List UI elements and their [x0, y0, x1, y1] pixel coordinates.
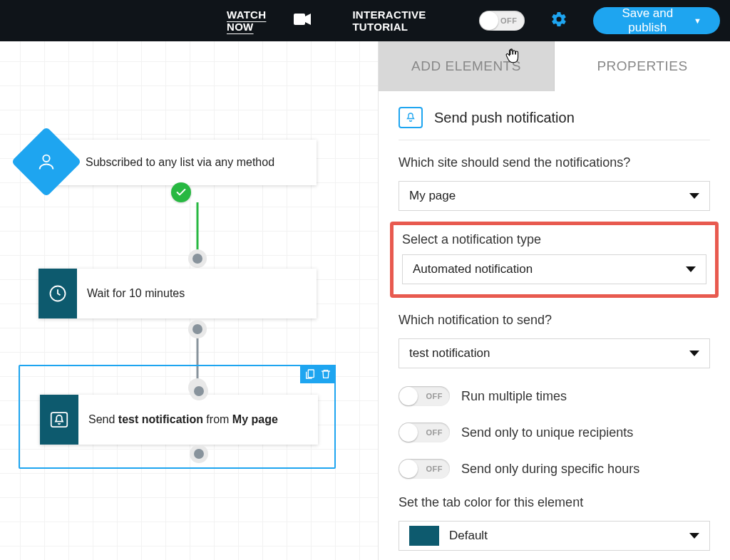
hours-label: Send only during specific hours [461, 462, 639, 477]
toggle-knob [399, 460, 418, 478]
watch-now-group: WATCH NOW [227, 9, 311, 33]
panel-body: Send push notification Which site should… [379, 91, 730, 551]
tab-properties[interactable]: PROPERTIES [555, 41, 730, 91]
color-swatch [409, 526, 439, 546]
notification-type-highlight: Select a notification type Automated not… [390, 222, 719, 298]
svg-point-1 [43, 155, 49, 162]
connector-dot[interactable] [194, 449, 204, 459]
site-value: My page [409, 189, 456, 203]
settings-gear-icon[interactable] [550, 11, 567, 31]
panel-title: Send push notification [434, 110, 575, 126]
trigger-label: Subscribed to any list via any method [76, 156, 292, 169]
save-publish-label: Save and publish [607, 6, 689, 35]
which-value: test notification [409, 346, 490, 361]
panel-header: Send push notification [399, 107, 710, 140]
tab-color-select[interactable]: Default [399, 521, 710, 551]
chevron-down-icon [689, 351, 699, 356]
duplicate-icon[interactable] [304, 368, 316, 380]
run-multiple-row: OFF Run multiple times [399, 383, 710, 409]
topbar: WATCH NOW INTERACTIVE TUTORIAL OFF Save … [0, 0, 730, 41]
chevron-down-icon [686, 266, 696, 272]
unique-toggle[interactable]: OFF [399, 422, 450, 442]
wait-node[interactable]: Wait for 10 minutes [38, 269, 317, 318]
trigger-diamond [11, 127, 82, 197]
unique-label: Send only to unique recipients [461, 425, 633, 440]
check-icon [171, 182, 191, 202]
toggle-knob [399, 387, 418, 405]
chevron-down-icon [689, 533, 699, 539]
connector-dot[interactable] [192, 324, 202, 334]
toggle-state-label: OFF [426, 428, 443, 437]
bell-outline-icon [399, 107, 423, 128]
run-multiple-toggle[interactable]: OFF [399, 386, 450, 406]
toggle-state-label: OFF [426, 392, 443, 400]
node-toolbar [300, 365, 336, 383]
connector [197, 202, 199, 259]
wait-label: Wait for 10 minutes [77, 287, 202, 300]
toggle-knob [480, 11, 498, 30]
push-node[interactable]: Send test notification from My page [40, 395, 318, 445]
hours-row: OFF Send only during specific hours [399, 456, 710, 482]
svg-rect-0 [294, 14, 305, 25]
type-select[interactable]: Automated notification [402, 254, 706, 284]
push-label: Send test notification from My page [78, 413, 295, 426]
hours-toggle[interactable]: OFF [399, 459, 450, 479]
type-label: Select a notification type [402, 232, 706, 247]
selected-node-frame: Send test notification from My page [19, 365, 336, 469]
bell-icon [40, 395, 78, 445]
toggle-state-label: OFF [426, 465, 443, 473]
run-multiple-label: Run multiple times [461, 389, 567, 404]
video-camera-icon [294, 13, 311, 28]
unique-row: OFF Send only to unique recipients [399, 420, 710, 445]
tutorial-toggle[interactable]: OFF [479, 11, 524, 31]
save-publish-button[interactable]: Save and publish ▼ [593, 7, 721, 34]
watch-now-link[interactable]: WATCH NOW [227, 9, 285, 33]
svg-rect-3 [308, 370, 314, 378]
tutorial-label: INTERACTIVE TUTORIAL [352, 9, 469, 33]
which-label: Which notification to send? [399, 313, 710, 328]
notification-select[interactable]: test notification [399, 338, 710, 368]
connector-dot[interactable] [194, 386, 204, 396]
toggle-state-label: OFF [500, 16, 518, 25]
clock-icon [38, 269, 77, 318]
panel-tabs: ADD ELEMENTS PROPERTIES [379, 41, 730, 91]
trigger-node[interactable]: Subscribed to any list via any method [46, 140, 317, 185]
tab-color-label: Set the tab color for this element [399, 495, 710, 510]
automation-canvas[interactable]: Subscribed to any list via any method Wa… [0, 41, 378, 560]
site-select[interactable]: My page [399, 181, 710, 211]
trigger-card: Subscribed to any list via any method [46, 140, 317, 185]
tab-add-elements[interactable]: ADD ELEMENTS [379, 41, 555, 91]
properties-panel: ADD ELEMENTS PROPERTIES Send push notifi… [378, 41, 730, 560]
chevron-down-icon [689, 193, 699, 199]
tutorial-group: INTERACTIVE TUTORIAL OFF [352, 9, 524, 33]
connector-dot[interactable] [192, 254, 202, 264]
caret-down-icon: ▼ [694, 16, 701, 25]
type-value: Automated notification [413, 262, 533, 276]
trash-icon[interactable] [320, 368, 331, 380]
toggle-knob [399, 423, 418, 442]
tab-color-value: Default [449, 529, 488, 543]
site-label: Which site should send the notifications… [399, 155, 710, 170]
main: Subscribed to any list via any method Wa… [0, 41, 730, 560]
